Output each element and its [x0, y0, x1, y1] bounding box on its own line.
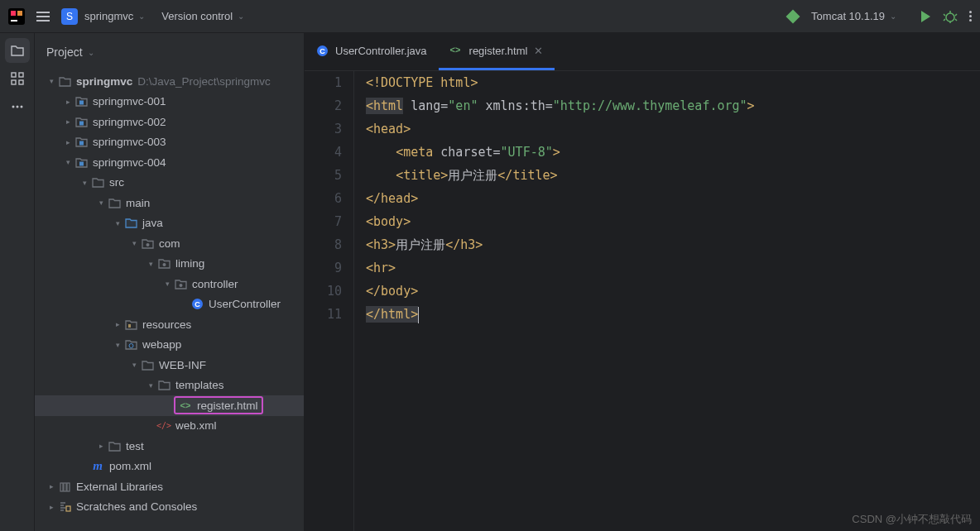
debug-button[interactable]: [938, 4, 963, 29]
left-toolbar: [0, 33, 35, 531]
tree-node-resources[interactable]: resources: [35, 314, 304, 335]
project-switcher[interactable]: springmvc ⌄: [84, 10, 145, 22]
tree-node-root[interactable]: springmvc D:\Java_Project\springmvc: [35, 71, 304, 92]
more-menu-icon[interactable]: [969, 11, 972, 22]
chevron-down-icon: ⌄: [138, 12, 145, 21]
run-config-label: Tomcat 10.1.19: [811, 10, 885, 22]
java-class-icon: C: [316, 45, 329, 57]
run-button[interactable]: [913, 4, 938, 29]
tree-node-package[interactable]: com: [35, 233, 304, 254]
hamburger-icon[interactable]: [36, 12, 50, 22]
tree-node-class[interactable]: CUserController: [35, 294, 304, 315]
structure-tool-button[interactable]: [5, 66, 30, 91]
module-icon: [74, 115, 88, 128]
tree-node-folder[interactable]: main: [35, 193, 304, 213]
maven-file-icon: m: [91, 460, 104, 473]
chevron-down-icon: ⌄: [238, 12, 244, 21]
package-icon: [141, 237, 154, 250]
folder-icon: [91, 176, 104, 189]
svg-point-9: [12, 106, 14, 108]
svg-rect-2: [17, 11, 22, 16]
svg-point-18: [179, 284, 182, 287]
tree-node-package[interactable]: controller: [35, 274, 304, 294]
tree-node-folder[interactable]: src: [35, 173, 304, 194]
project-name: springmvc: [84, 10, 133, 22]
project-badge[interactable]: S: [61, 8, 78, 25]
project-panel: Project ⌄ springmvc D:\Java_Project\spri…: [35, 33, 305, 531]
svg-point-11: [20, 106, 22, 108]
folder-icon: [108, 439, 121, 452]
scratches-icon: [58, 500, 71, 514]
gutter: 1 2 3 4 5 6 7 8 9 10 11: [305, 71, 354, 531]
more-tool-button[interactable]: [5, 94, 30, 119]
tree-node-folder[interactable]: webapp: [35, 335, 304, 356]
package-icon: [174, 277, 187, 290]
close-icon[interactable]: ✕: [534, 45, 543, 57]
svg-point-16: [146, 243, 149, 246]
module-icon: [58, 74, 71, 88]
svg-rect-3: [11, 20, 17, 22]
tree-node-file-selected[interactable]: <> register.html: [35, 395, 304, 416]
svg-point-17: [162, 263, 166, 266]
html-file-icon: <>: [450, 45, 463, 57]
svg-rect-14: [79, 141, 84, 146]
vcs-label: Version control: [161, 10, 233, 22]
tree-node-folder[interactable]: WEB-INF: [35, 355, 304, 376]
svg-rect-24: [67, 483, 70, 491]
text-cursor: [418, 307, 419, 323]
tab-register[interactable]: <> register.html ✕: [439, 33, 555, 70]
tree-highlight: <> register.html: [174, 396, 263, 414]
tree-node-source-folder[interactable]: java: [35, 213, 304, 234]
code-editor[interactable]: 1 2 3 4 5 6 7 8 9 10 11 <!DOCTYPE html> …: [305, 71, 980, 531]
svg-rect-1: [11, 11, 16, 16]
editor-area: C UserController.java <> register.html ✕…: [305, 33, 980, 531]
svg-point-21: [129, 344, 133, 348]
svg-rect-8: [19, 80, 23, 84]
tree-node-package[interactable]: liming: [35, 254, 304, 275]
folder-icon: [108, 196, 121, 209]
svg-rect-7: [12, 80, 16, 84]
svg-rect-6: [19, 73, 23, 77]
chevron-down-icon: ⌄: [890, 12, 896, 21]
tree-node-module[interactable]: springmvc-002: [35, 112, 304, 132]
tree-node-scratches[interactable]: Scratches and Consoles: [35, 497, 304, 518]
source-folder-icon: [124, 217, 137, 230]
svg-rect-22: [60, 483, 63, 491]
ide-logo-icon: [8, 8, 25, 25]
tree-node-file[interactable]: </>web.xml: [35, 416, 304, 437]
tree-node-file[interactable]: mpom.xml: [35, 457, 304, 477]
web-folder-icon: [124, 338, 137, 352]
project-tool-button[interactable]: [5, 38, 30, 63]
svg-point-4: [946, 13, 954, 22]
tomcat-icon: [786, 9, 800, 23]
tree-node-folder[interactable]: templates: [35, 376, 304, 396]
code-content[interactable]: <!DOCTYPE html> <html lang="en" xmlns:th…: [354, 71, 980, 531]
chevron-down-icon: ⌄: [88, 48, 94, 57]
tab-label: UserController.java: [335, 45, 427, 57]
svg-text:C: C: [195, 300, 200, 309]
tree-node-module[interactable]: springmvc-003: [35, 132, 304, 153]
tab-bar: C UserController.java <> register.html ✕: [305, 33, 980, 71]
package-icon: [157, 257, 171, 270]
titlebar: S springmvc ⌄ Version control ⌄ Tomcat 1…: [0, 0, 980, 33]
module-icon: [74, 136, 88, 149]
panel-title: Project: [46, 45, 83, 59]
svg-rect-5: [12, 73, 16, 77]
tree-node-module[interactable]: springmvc-001: [35, 92, 304, 112]
module-icon: [74, 95, 88, 108]
tree-node-module[interactable]: springmvc-004: [35, 152, 304, 173]
vcs-menu[interactable]: Version control ⌄: [161, 10, 244, 22]
panel-header[interactable]: Project ⌄: [35, 33, 304, 71]
tree-node-ext-libs[interactable]: External Libraries: [35, 476, 304, 497]
run-config-selector[interactable]: Tomcat 10.1.19 ⌄: [788, 10, 896, 22]
xml-file-icon: </>: [157, 419, 171, 433]
tree-node-folder[interactable]: test: [35, 436, 304, 457]
folder-icon: [157, 379, 171, 392]
svg-rect-15: [79, 161, 84, 165]
watermark: CSDN @小钟不想敲代码: [852, 512, 972, 527]
svg-rect-13: [79, 121, 84, 125]
tab-usercontroller[interactable]: C UserController.java: [305, 33, 439, 70]
svg-rect-23: [64, 483, 66, 491]
svg-point-10: [16, 106, 18, 108]
project-tree: springmvc D:\Java_Project\springmvc spri…: [35, 71, 304, 531]
